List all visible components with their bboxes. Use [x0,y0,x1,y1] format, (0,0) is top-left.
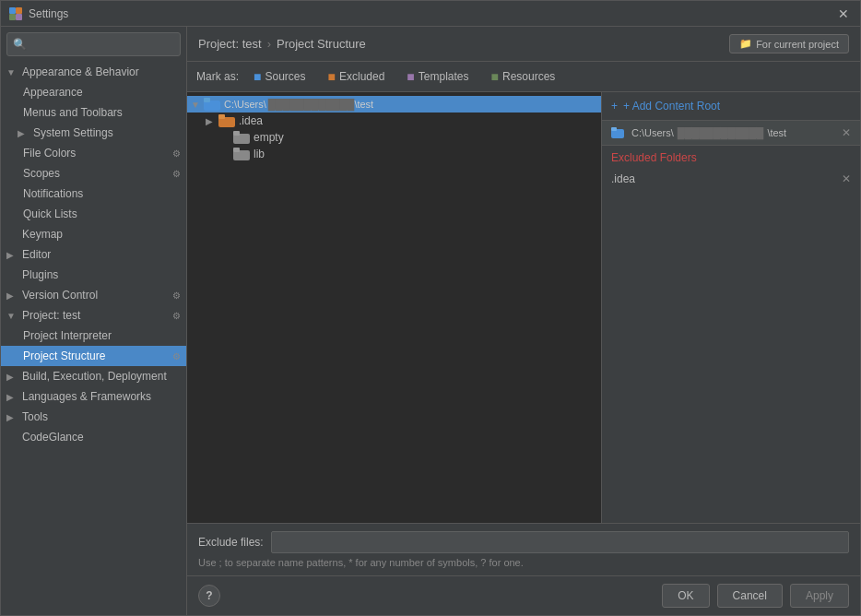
for-current-project-button[interactable]: 📁 For current project [729,34,849,53]
mark-as-label: Mark as: [196,70,239,83]
gear-icon: ⚙ [172,148,181,159]
tools-label: Tools [22,410,48,423]
svg-rect-2 [9,14,16,20]
path-close-button[interactable]: ✕ [842,126,851,139]
gear-icon-vc: ⚙ [172,290,181,301]
editor-label: Editor [22,248,51,261]
expand-arrow-editor: ▶ [6,250,19,260]
sidebar-item-tools[interactable]: ▶ Tools [1,407,186,427]
apply-button[interactable]: Apply [790,584,849,608]
search-input[interactable] [30,38,174,51]
content-root-path: C:\Users\ ████████████ \test ✕ [602,121,860,146]
title-bar-label: Settings [29,7,834,20]
sidebar-item-plugins[interactable]: Plugins [1,265,186,285]
sidebar-item-file-colors[interactable]: File Colors ⚙ [1,143,186,163]
dialog-footer: ? OK Cancel Apply [187,575,860,615]
root-path-masked: ████████████ [268,99,355,110]
vc-label: Version Control [22,289,98,302]
sidebar-item-menus-toolbars[interactable]: Menus and Toolbars [1,102,186,123]
tree-item-idea[interactable]: ▶ .idea [187,113,601,129]
sidebar-item-project-structure[interactable]: Project Structure ⚙ [1,346,186,366]
folder-root-icon [204,98,220,111]
svg-rect-7 [218,114,225,119]
folder-icon-small: 📁 [739,38,752,50]
add-content-root-button[interactable]: + + Add Content Root [602,92,860,121]
keymap-label: Keymap [22,228,63,241]
footer-right: OK Cancel Apply [662,584,849,608]
sidebar-item-languages[interactable]: ▶ Languages & Frameworks [1,386,186,407]
mark-templates-button[interactable]: ■ Templates [399,67,476,86]
expand-arrow: ▼ [6,67,19,77]
right-panel: Project: test › Project Structure 📁 For … [187,27,860,615]
folder-lib-icon [233,148,250,160]
sidebar-item-notifications[interactable]: Notifications [1,184,186,204]
expand-arrow-root: ▼ [191,100,204,110]
lib-label: lib [254,148,265,160]
mark-resources-button[interactable]: ■ Resources [484,67,563,86]
idea-label: .idea [239,114,263,127]
sidebar-group-label: Appearance & Behavior [22,65,139,78]
tree-panel: ▼ C:\Users\ ████████████ \test ▶ [187,92,602,523]
content-area: ▼ C:\Users\ ████████████ \test ▶ [187,92,860,523]
empty-label: empty [254,131,284,144]
sidebar-item-system-settings[interactable]: ▶ System Settings [1,123,186,143]
help-button[interactable]: ? [198,585,220,607]
excluded-folder-close-button[interactable]: ✕ [842,172,851,185]
exclude-files-hint: Use ; to separate name patterns, * for a… [198,557,849,568]
svg-rect-5 [204,98,210,102]
expand-arrow-vc: ▶ [6,290,19,301]
tree-item-lib[interactable]: ▶ lib [187,146,601,162]
ok-button[interactable]: OK [662,584,709,608]
sidebar-item-appearance-behavior[interactable]: ▼ Appearance & Behavior [1,62,186,82]
root-path-suffix: \test [354,99,373,110]
mark-as-bar: Mark as: ■ Sources ■ Excluded ■ Template… [187,62,860,92]
excluded-folder-label: .idea [611,172,635,185]
expand-arrow-build: ▶ [6,372,19,382]
sidebar-item-editor[interactable]: ▶ Editor [1,244,186,265]
svg-rect-13 [611,127,617,131]
close-button[interactable]: ✕ [834,5,853,23]
breadcrumb-page: Project Structure [277,37,366,51]
languages-label: Languages & Frameworks [22,390,151,403]
sidebar-item-quick-lists[interactable]: Quick Lists [1,204,186,224]
svg-rect-3 [16,14,22,20]
sidebar-item-project-test[interactable]: ▼ Project: test ⚙ [1,305,186,326]
gear-icon: ⚙ [172,169,181,179]
expand-arrow-project: ▼ [6,311,19,321]
folder-idea-icon [218,114,235,127]
breadcrumb: Project: test › Project Structure [198,37,366,51]
tree-item-empty[interactable]: ▶ empty [187,129,601,146]
sidebar-item-project-interpreter[interactable]: Project Interpreter [1,326,186,346]
gear-icon-project: ⚙ [172,311,181,321]
sidebar-item-codeglance[interactable]: CodeGlance [1,427,186,447]
search-box[interactable]: 🔍 [6,32,181,56]
cancel-button[interactable]: Cancel [717,584,783,608]
project-label: Project: test [22,309,80,322]
svg-rect-11 [233,148,240,152]
expand-arrow-idea: ▶ [206,116,218,126]
tree-item-root[interactable]: ▼ C:\Users\ ████████████ \test [187,96,601,113]
plus-icon: + [611,100,618,113]
sidebar-item-build[interactable]: ▶ Build, Execution, Deployment [1,366,186,386]
expand-arrow-empty: ▶ [220,133,233,143]
mark-sources-button[interactable]: ■ Sources [246,67,313,86]
folder-excluded-icon: ■ [328,69,336,84]
exclude-files-input[interactable] [271,531,849,553]
panel-header: Project: test › Project Structure 📁 For … [187,27,860,62]
breadcrumb-project: Project: test [198,37,262,51]
content-root-panel: + + Add Content Root C:\Users\ █████████… [602,92,860,523]
sidebar-item-version-control[interactable]: ▶ Version Control ⚙ [1,285,186,305]
sidebar-item-scopes[interactable]: Scopes ⚙ [1,163,186,184]
sidebar-item-appearance[interactable]: Appearance [1,82,186,102]
gear-icon-structure: ⚙ [172,351,181,361]
sidebar: 🔍 ▼ Appearance & Behavior Appearance Men… [1,27,187,615]
sidebar-item-keymap[interactable]: Keymap [1,224,186,244]
svg-rect-0 [9,7,16,14]
folder-path-icon [611,127,624,138]
expand-arrow-lang: ▶ [6,392,19,402]
expand-arrow-tools: ▶ [6,412,19,422]
excluded-folders-label: Excluded Folders [602,146,860,170]
excluded-folder-item-idea: .idea ✕ [602,170,860,188]
mark-excluded-button[interactable]: ■ Excluded [321,67,393,86]
search-icon: 🔍 [13,38,27,51]
